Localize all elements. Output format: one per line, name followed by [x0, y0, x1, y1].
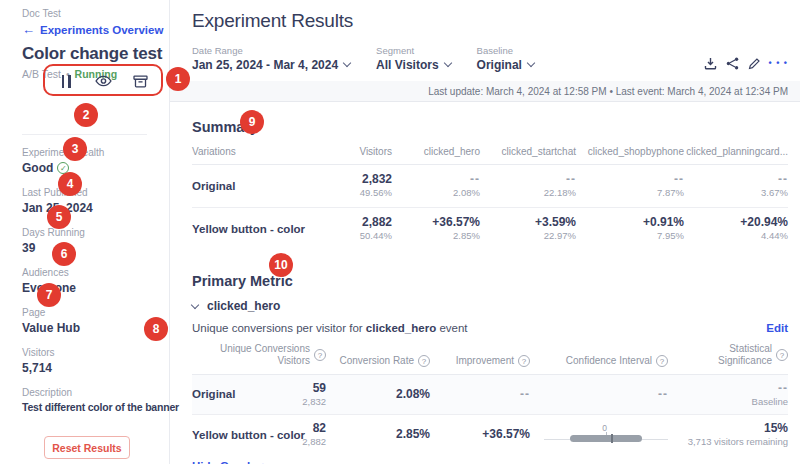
- hide-graph-link[interactable]: Hide Graph: [192, 460, 266, 464]
- table-row-variation: Yellow button - color 822,882 2.85% +36.…: [192, 415, 788, 454]
- preview-eye-icon[interactable]: [94, 72, 112, 90]
- significance-value: --: [668, 381, 788, 396]
- field-value: Good: [22, 161, 53, 175]
- field-label: Experiment Health: [22, 147, 169, 158]
- chevron-down-icon: [443, 59, 451, 67]
- column-header: Variations: [192, 146, 314, 157]
- metric-lift: +36.57%: [392, 215, 480, 230]
- metric-rate: 3.67%: [684, 187, 788, 199]
- experiment-title: Color change test: [22, 44, 169, 64]
- help-icon[interactable]: ?: [418, 355, 430, 367]
- primary-metric-table: Unique Conversions Visitors? Conversion …: [192, 343, 788, 455]
- field-days-running: Days Running 39: [22, 227, 169, 255]
- edit-pencil-icon[interactable]: [748, 58, 760, 70]
- field-value: Value Hub: [22, 321, 169, 335]
- edit-metric-link[interactable]: Edit: [766, 322, 788, 334]
- field-label: Description: [22, 387, 169, 398]
- significance-value: 15%: [668, 421, 788, 436]
- filter-value: Jan 25, 2024 - Mar 4, 2024: [192, 58, 338, 72]
- metric-lift: --: [684, 172, 788, 187]
- download-icon[interactable]: [704, 57, 717, 70]
- metric-lift: +0.91%: [576, 215, 684, 230]
- confidence-interval-value: --: [530, 387, 668, 402]
- improvement-value: --: [430, 387, 530, 402]
- metric-name: clicked_hero: [207, 299, 280, 313]
- column-header: Improvement: [456, 355, 514, 368]
- filter-label: Date Range: [192, 45, 350, 56]
- field-description: Description Test different color of the …: [22, 387, 169, 413]
- experiment-results-page: Doc Test ← Experiments Overview Color ch…: [0, 0, 800, 464]
- field-last-published: Last Published Jan 25, 2024: [22, 187, 169, 215]
- column-header: Unique Conversions Visitors: [218, 343, 310, 368]
- variation-name: Yellow button - color: [192, 223, 314, 235]
- more-ellipsis-icon[interactable]: • • •: [769, 58, 788, 68]
- project-name: Doc Test: [22, 8, 169, 19]
- interval-median-tick: [611, 434, 613, 443]
- summary-section: Summary Variations Visitors clicked_hero…: [192, 119, 788, 251]
- column-header: Confidence Interval: [566, 355, 652, 368]
- chevron-down-icon: [191, 300, 199, 308]
- date-range-filter[interactable]: Date Range Jan 25, 2024 - Mar 4, 2024: [192, 45, 350, 72]
- metric-lift: +3.59%: [480, 215, 576, 230]
- back-to-experiments-link[interactable]: ← Experiments Overview: [22, 22, 169, 37]
- metric-rate: 22.18%: [480, 187, 576, 199]
- metric-collapse-toggle[interactable]: clicked_hero: [192, 299, 788, 313]
- summary-table: Variations Visitors clicked_hero clicked…: [192, 146, 788, 251]
- field-label: Days Running: [22, 227, 169, 238]
- metric-rate: 4.44%: [684, 230, 788, 242]
- field-visitors: Visitors 5,714: [22, 347, 169, 375]
- segment-filter[interactable]: Segment All Visitors: [376, 45, 450, 72]
- baseline-filter[interactable]: Baseline Original: [477, 45, 534, 72]
- sidebar: Doc Test ← Experiments Overview Color ch…: [0, 0, 170, 464]
- help-icon[interactable]: ?: [518, 355, 530, 367]
- field-value: Test different color of the banner: [22, 401, 169, 413]
- share-icon[interactable]: [726, 57, 739, 70]
- pause-icon[interactable]: [57, 72, 75, 90]
- metric-lift: --: [480, 172, 576, 187]
- main-content: Experiment Results Date Range Jan 25, 20…: [170, 0, 800, 464]
- back-arrow-icon: ←: [22, 22, 35, 37]
- visitors-count: 2,832: [214, 396, 326, 408]
- health-check-icon: ✓: [57, 162, 69, 174]
- field-value: Everyone: [22, 281, 169, 295]
- confidence-interval-chart: 0: [544, 423, 668, 447]
- help-icon[interactable]: ?: [314, 349, 326, 361]
- field-experiment-health: Experiment Health Good ✓: [22, 147, 169, 175]
- help-icon[interactable]: ?: [656, 355, 668, 367]
- field-label: Last Published: [22, 187, 169, 198]
- metric-lift: --: [392, 172, 480, 187]
- field-value: 5,714: [22, 361, 169, 375]
- column-header: Visitors: [314, 146, 392, 157]
- interval-bar: [570, 435, 642, 442]
- visitors-remaining-note: 3,713 visitors remaining: [668, 436, 788, 448]
- metric-description: Unique conversions per visitor for click…: [192, 322, 468, 334]
- variation-name: Original: [192, 388, 214, 400]
- reset-results-button[interactable]: Reset Results: [44, 436, 130, 459]
- table-row-original: Original 2,83249.56% --2.08% --22.18% --…: [192, 165, 788, 208]
- filter-label: Baseline: [477, 45, 534, 56]
- visitors-share: 49.56%: [314, 187, 392, 199]
- archive-icon[interactable]: [131, 72, 149, 90]
- page-title: Experiment Results: [192, 10, 788, 32]
- header-actions: • • •: [704, 45, 788, 70]
- field-label: Audiences: [22, 267, 169, 278]
- field-label: Visitors: [22, 347, 169, 358]
- help-icon[interactable]: ?: [776, 349, 788, 361]
- improvement-value: +36.57%: [430, 427, 530, 442]
- visitors-count: 2,882: [314, 215, 392, 230]
- summary-header-row: Variations Visitors clicked_hero clicked…: [192, 146, 788, 165]
- metric-rate: 22.97%: [480, 230, 576, 242]
- conversion-rate: 2.85%: [326, 427, 430, 442]
- field-label: Page: [22, 307, 169, 318]
- column-header: Statistical Significance: [710, 343, 772, 368]
- table-row-original: Original 592,832 2.08% -- -- --Baseline: [192, 375, 788, 415]
- chevron-down-icon: [343, 59, 351, 67]
- visitors-count: 2,832: [314, 172, 392, 187]
- summary-title: Summary: [192, 119, 788, 135]
- metric-rate: 2.85%: [392, 230, 480, 242]
- metric-rate: 7.95%: [576, 230, 684, 242]
- field-page: Page Value Hub: [22, 307, 169, 335]
- metric-rate: 2.08%: [392, 187, 480, 199]
- description-metric: clicked_hero: [366, 322, 436, 334]
- metric-description-row: Unique conversions per visitor for click…: [192, 322, 788, 334]
